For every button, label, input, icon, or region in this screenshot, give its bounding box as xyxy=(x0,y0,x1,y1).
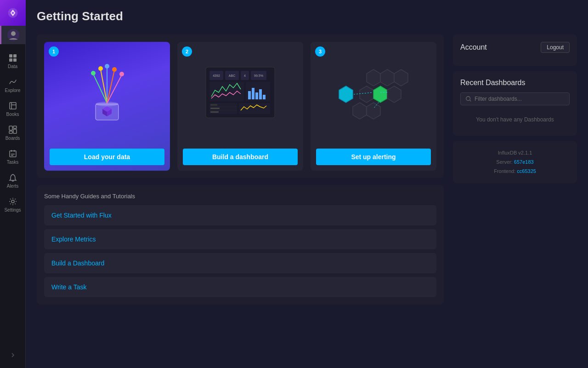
svg-rect-47 xyxy=(248,91,251,99)
card-build-dashboard: 2 4392 ABC 4 99.5% xyxy=(177,42,303,171)
svg-marker-59 xyxy=(367,69,380,86)
svg-point-20 xyxy=(11,200,14,203)
sidebar-item-books-label: Books xyxy=(6,112,19,117)
svg-line-30 xyxy=(107,75,122,103)
card-1-illustration: 1 xyxy=(44,42,170,143)
influxdb-version: InfluxDB v2.1.1 xyxy=(498,150,532,155)
svg-marker-63 xyxy=(373,86,387,103)
svg-rect-14 xyxy=(13,129,17,133)
load-data-button[interactable]: Load your data xyxy=(50,149,164,165)
svg-point-32 xyxy=(98,66,103,71)
svg-rect-55 xyxy=(210,104,217,106)
svg-rect-7 xyxy=(13,58,17,62)
sidebar-item-alerts[interactable]: Alerts xyxy=(0,169,25,192)
sidebar: Data Explore Books Boards xyxy=(0,0,26,368)
sidebar-collapse-button[interactable] xyxy=(0,348,25,362)
account-title: Account xyxy=(460,43,487,52)
svg-point-33 xyxy=(105,64,109,69)
svg-point-35 xyxy=(119,72,124,76)
sidebar-item-settings[interactable]: Settings xyxy=(0,193,25,216)
user-avatar[interactable] xyxy=(0,26,26,44)
svg-point-34 xyxy=(112,67,117,72)
svg-rect-50 xyxy=(259,89,262,99)
svg-marker-62 xyxy=(360,86,373,103)
recent-dashboards-header: Recent Dashboards xyxy=(460,79,570,87)
version-info-panel: InfluxDB v2.1.1 Server: 657e183 Frontend… xyxy=(453,141,577,183)
svg-rect-49 xyxy=(255,92,258,99)
svg-rect-12 xyxy=(13,126,17,128)
svg-rect-4 xyxy=(9,54,12,58)
card-set-up-alerting: 3 xyxy=(311,42,436,171)
card-3-badge: 3 xyxy=(315,46,325,57)
guide-item-task[interactable]: Write a Task xyxy=(44,277,436,297)
guide-item-flux[interactable]: Get Started with Flux xyxy=(44,205,436,225)
svg-marker-65 xyxy=(353,103,367,119)
sidebar-item-settings-label: Settings xyxy=(4,207,21,213)
svg-rect-56 xyxy=(210,108,220,109)
svg-line-26 xyxy=(93,74,107,103)
recent-dashboards-panel: Recent Dashboards You don't have any Das… xyxy=(453,71,577,136)
sidebar-item-tasks-label: Tasks xyxy=(7,160,19,165)
svg-line-72 xyxy=(470,100,471,102)
set-up-alerting-button[interactable]: Set up alerting xyxy=(316,149,431,165)
svg-rect-45 xyxy=(209,82,244,101)
card-1-footer: Load your data xyxy=(44,143,170,171)
page-title: Getting Started xyxy=(26,0,588,23)
svg-text:ABC: ABC xyxy=(229,74,235,77)
dashboard-search-input[interactable] xyxy=(475,96,565,102)
server-hash-link[interactable]: 657e183 xyxy=(514,159,534,165)
guides-section: Some Handy Guides and Tutorials Get Star… xyxy=(37,185,444,305)
sidebar-item-boards[interactable]: Boards xyxy=(0,121,25,144)
card-1-badge: 1 xyxy=(49,46,59,57)
guides-title: Some Handy Guides and Tutorials xyxy=(44,193,436,200)
card-3-footer: Set up alerting xyxy=(311,143,436,171)
sidebar-item-boards-label: Boards xyxy=(6,136,20,141)
svg-marker-61 xyxy=(394,69,408,86)
svg-text:99.5%: 99.5% xyxy=(254,74,263,77)
right-panel: Account Logout Recent Dashboards You don… xyxy=(453,34,577,357)
svg-rect-51 xyxy=(263,95,266,99)
guide-item-dashboard[interactable]: Build a Dashboard xyxy=(44,253,436,273)
account-header: Account Logout xyxy=(460,42,570,53)
logout-button[interactable]: Logout xyxy=(541,42,570,53)
svg-marker-60 xyxy=(380,69,394,86)
main-content: Getting Started 1 xyxy=(26,0,588,368)
svg-point-1 xyxy=(11,12,14,14)
sidebar-item-explore-label: Explore xyxy=(5,88,21,93)
sidebar-item-tasks[interactable]: Tasks xyxy=(0,145,25,168)
svg-point-3 xyxy=(11,31,16,36)
svg-line-29 xyxy=(107,70,114,103)
sidebar-bottom xyxy=(0,348,25,368)
app-logo[interactable] xyxy=(0,0,26,26)
guide-item-metrics[interactable]: Explore Metrics xyxy=(44,229,436,249)
svg-rect-5 xyxy=(13,54,17,58)
svg-marker-64 xyxy=(387,86,401,103)
svg-rect-8 xyxy=(10,103,16,109)
sidebar-item-alerts-label: Alerts xyxy=(7,184,19,189)
card-2-footer: Build a dashboard xyxy=(177,143,303,171)
frontend-hash-link[interactable]: cc65325 xyxy=(517,168,536,174)
svg-rect-48 xyxy=(252,88,254,99)
svg-point-71 xyxy=(466,97,470,101)
svg-rect-13 xyxy=(9,131,12,133)
empty-dashboards-message: You don't have any Dashboards xyxy=(460,111,570,128)
card-load-data: 1 xyxy=(44,42,170,171)
dashboard-search[interactable] xyxy=(460,92,570,105)
version-info: InfluxDB v2.1.1 Server: 657e183 Frontend… xyxy=(460,149,570,176)
svg-rect-11 xyxy=(9,126,12,130)
sidebar-item-explore[interactable]: Explore xyxy=(0,74,25,97)
build-dashboard-button[interactable]: Build a dashboard xyxy=(183,149,298,165)
sidebar-item-data[interactable]: Data xyxy=(0,50,25,73)
svg-line-27 xyxy=(101,69,107,103)
content-area: 1 xyxy=(26,23,588,368)
sidebar-item-data-label: Data xyxy=(8,64,17,69)
sidebar-item-books[interactable]: Books xyxy=(0,98,25,121)
svg-rect-57 xyxy=(210,111,219,113)
card-2-badge: 2 xyxy=(182,46,192,57)
svg-marker-67 xyxy=(367,103,380,119)
frontend-label: Frontend: xyxy=(494,168,515,174)
svg-point-31 xyxy=(91,71,96,75)
svg-text:4: 4 xyxy=(244,74,246,77)
svg-marker-66 xyxy=(339,86,353,103)
sidebar-nav: Data Explore Books Boards xyxy=(0,46,25,220)
